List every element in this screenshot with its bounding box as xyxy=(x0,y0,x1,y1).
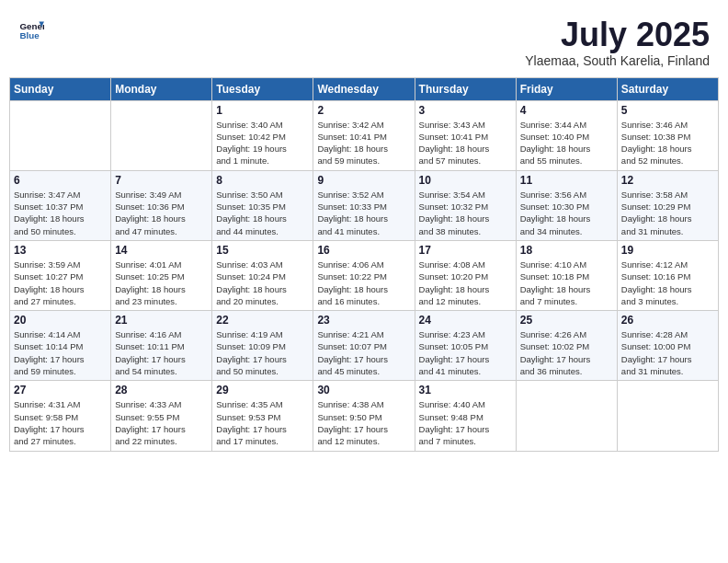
day-number: 3 xyxy=(419,104,512,117)
day-info: Sunrise: 4:33 AM Sunset: 9:55 PM Dayligh… xyxy=(115,398,208,447)
day-info: Sunrise: 4:40 AM Sunset: 9:48 PM Dayligh… xyxy=(419,398,512,447)
calendar-cell: 28Sunrise: 4:33 AM Sunset: 9:55 PM Dayli… xyxy=(111,381,212,451)
calendar-cell: 17Sunrise: 4:08 AM Sunset: 10:20 PM Dayl… xyxy=(415,240,516,310)
day-number: 17 xyxy=(419,244,512,257)
calendar-cell: 1Sunrise: 3:40 AM Sunset: 10:42 PM Dayli… xyxy=(212,100,313,170)
day-info: Sunrise: 4:28 AM Sunset: 10:00 PM Daylig… xyxy=(621,328,714,377)
day-number: 28 xyxy=(115,384,208,396)
day-info: Sunrise: 4:35 AM Sunset: 9:53 PM Dayligh… xyxy=(216,398,309,447)
day-info: Sunrise: 3:42 AM Sunset: 10:41 PM Daylig… xyxy=(317,119,410,167)
calendar-cell: 13Sunrise: 3:59 AM Sunset: 10:27 PM Dayl… xyxy=(10,240,111,310)
day-number: 31 xyxy=(419,384,512,396)
day-info: Sunrise: 4:12 AM Sunset: 10:16 PM Daylig… xyxy=(621,259,714,307)
day-number: 29 xyxy=(216,384,309,396)
day-number: 18 xyxy=(520,244,613,257)
logo: General Blue xyxy=(18,17,44,42)
day-info: Sunrise: 4:08 AM Sunset: 10:20 PM Daylig… xyxy=(419,259,512,307)
location-subtitle: Ylaemaa, South Karelia, Finland xyxy=(525,53,710,68)
calendar-cell: 5Sunrise: 3:46 AM Sunset: 10:38 PM Dayli… xyxy=(617,100,718,170)
calendar-cell: 10Sunrise: 3:54 AM Sunset: 10:32 PM Dayl… xyxy=(415,170,516,240)
day-number: 10 xyxy=(419,174,512,187)
weekday-header-wednesday: Wednesday xyxy=(313,77,415,100)
calendar-cell: 18Sunrise: 4:10 AM Sunset: 10:18 PM Dayl… xyxy=(516,240,617,310)
calendar-cell: 2Sunrise: 3:42 AM Sunset: 10:41 PM Dayli… xyxy=(313,100,415,170)
calendar-cell xyxy=(516,381,617,451)
day-info: Sunrise: 3:54 AM Sunset: 10:32 PM Daylig… xyxy=(419,189,512,237)
weekday-header-saturday: Saturday xyxy=(617,77,718,100)
day-number: 8 xyxy=(216,174,309,187)
day-info: Sunrise: 4:23 AM Sunset: 10:05 PM Daylig… xyxy=(419,328,512,377)
calendar-cell: 22Sunrise: 4:19 AM Sunset: 10:09 PM Dayl… xyxy=(212,311,313,381)
day-number: 24 xyxy=(419,314,512,327)
calendar-cell: 4Sunrise: 3:44 AM Sunset: 10:40 PM Dayli… xyxy=(516,100,617,170)
day-number: 5 xyxy=(621,104,714,117)
day-number: 20 xyxy=(14,314,107,327)
day-number: 26 xyxy=(621,314,714,327)
day-number: 21 xyxy=(115,314,208,327)
calendar-header-row: SundayMondayTuesdayWednesdayThursdayFrid… xyxy=(10,77,719,100)
day-number: 9 xyxy=(317,174,410,187)
calendar-cell xyxy=(10,100,111,170)
calendar-cell: 30Sunrise: 4:38 AM Sunset: 9:50 PM Dayli… xyxy=(313,381,415,451)
calendar-cell: 11Sunrise: 3:56 AM Sunset: 10:30 PM Dayl… xyxy=(516,170,617,240)
calendar-cell: 12Sunrise: 3:58 AM Sunset: 10:29 PM Dayl… xyxy=(617,170,718,240)
weekday-header-friday: Friday xyxy=(516,77,617,100)
day-number: 19 xyxy=(621,244,714,257)
calendar-cell xyxy=(617,381,718,451)
day-info: Sunrise: 3:58 AM Sunset: 10:29 PM Daylig… xyxy=(621,189,714,237)
svg-text:Blue: Blue xyxy=(19,30,40,40)
calendar-cell xyxy=(111,100,212,170)
calendar-cell: 15Sunrise: 4:03 AM Sunset: 10:24 PM Dayl… xyxy=(212,240,313,310)
day-info: Sunrise: 4:10 AM Sunset: 10:18 PM Daylig… xyxy=(520,259,613,307)
day-number: 16 xyxy=(317,244,410,257)
day-number: 1 xyxy=(216,104,309,117)
day-info: Sunrise: 4:01 AM Sunset: 10:25 PM Daylig… xyxy=(115,259,208,307)
day-info: Sunrise: 4:14 AM Sunset: 10:14 PM Daylig… xyxy=(14,328,107,377)
day-number: 12 xyxy=(621,174,714,187)
day-number: 22 xyxy=(216,314,309,327)
weekday-header-tuesday: Tuesday xyxy=(212,77,313,100)
day-number: 15 xyxy=(216,244,309,257)
calendar-cell: 7Sunrise: 3:49 AM Sunset: 10:36 PM Dayli… xyxy=(111,170,212,240)
calendar-cell: 3Sunrise: 3:43 AM Sunset: 10:41 PM Dayli… xyxy=(415,100,516,170)
title-block: July 2025 Ylaemaa, South Karelia, Finlan… xyxy=(525,17,710,68)
day-number: 27 xyxy=(14,384,107,396)
calendar-week-4: 20Sunrise: 4:14 AM Sunset: 10:14 PM Dayl… xyxy=(10,311,719,381)
day-info: Sunrise: 4:03 AM Sunset: 10:24 PM Daylig… xyxy=(216,259,309,307)
day-info: Sunrise: 4:38 AM Sunset: 9:50 PM Dayligh… xyxy=(317,398,410,447)
day-info: Sunrise: 3:47 AM Sunset: 10:37 PM Daylig… xyxy=(14,189,107,237)
calendar-week-1: 1Sunrise: 3:40 AM Sunset: 10:42 PM Dayli… xyxy=(10,100,719,170)
page-header: General Blue July 2025 Ylaemaa, South Ka… xyxy=(9,9,719,72)
calendar-week-2: 6Sunrise: 3:47 AM Sunset: 10:37 PM Dayli… xyxy=(10,170,719,240)
day-info: Sunrise: 3:59 AM Sunset: 10:27 PM Daylig… xyxy=(14,259,107,307)
day-info: Sunrise: 3:44 AM Sunset: 10:40 PM Daylig… xyxy=(520,119,613,167)
calendar-cell: 21Sunrise: 4:16 AM Sunset: 10:11 PM Dayl… xyxy=(111,311,212,381)
calendar-cell: 27Sunrise: 4:31 AM Sunset: 9:58 PM Dayli… xyxy=(10,381,111,451)
day-number: 11 xyxy=(520,174,613,187)
day-info: Sunrise: 4:26 AM Sunset: 10:02 PM Daylig… xyxy=(520,328,613,377)
day-info: Sunrise: 3:56 AM Sunset: 10:30 PM Daylig… xyxy=(520,189,613,237)
day-number: 30 xyxy=(317,384,410,396)
calendar-cell: 8Sunrise: 3:50 AM Sunset: 10:35 PM Dayli… xyxy=(212,170,313,240)
calendar-table: SundayMondayTuesdayWednesdayThursdayFrid… xyxy=(9,77,719,452)
calendar-cell: 23Sunrise: 4:21 AM Sunset: 10:07 PM Dayl… xyxy=(313,311,415,381)
day-info: Sunrise: 4:31 AM Sunset: 9:58 PM Dayligh… xyxy=(14,398,107,447)
calendar-cell: 25Sunrise: 4:26 AM Sunset: 10:02 PM Dayl… xyxy=(516,311,617,381)
calendar-cell: 29Sunrise: 4:35 AM Sunset: 9:53 PM Dayli… xyxy=(212,381,313,451)
calendar-cell: 20Sunrise: 4:14 AM Sunset: 10:14 PM Dayl… xyxy=(10,311,111,381)
calendar-cell: 31Sunrise: 4:40 AM Sunset: 9:48 PM Dayli… xyxy=(415,381,516,451)
day-info: Sunrise: 3:49 AM Sunset: 10:36 PM Daylig… xyxy=(115,189,208,237)
day-number: 4 xyxy=(520,104,613,117)
day-number: 23 xyxy=(317,314,410,327)
day-info: Sunrise: 3:46 AM Sunset: 10:38 PM Daylig… xyxy=(621,119,714,167)
day-number: 13 xyxy=(14,244,107,257)
day-number: 6 xyxy=(14,174,107,187)
calendar-week-3: 13Sunrise: 3:59 AM Sunset: 10:27 PM Dayl… xyxy=(10,240,719,310)
day-info: Sunrise: 3:52 AM Sunset: 10:33 PM Daylig… xyxy=(317,189,410,237)
weekday-header-sunday: Sunday xyxy=(10,77,111,100)
weekday-header-thursday: Thursday xyxy=(415,77,516,100)
day-info: Sunrise: 4:19 AM Sunset: 10:09 PM Daylig… xyxy=(216,328,309,377)
calendar-cell: 9Sunrise: 3:52 AM Sunset: 10:33 PM Dayli… xyxy=(313,170,415,240)
day-number: 25 xyxy=(520,314,613,327)
calendar-cell: 26Sunrise: 4:28 AM Sunset: 10:00 PM Dayl… xyxy=(617,311,718,381)
